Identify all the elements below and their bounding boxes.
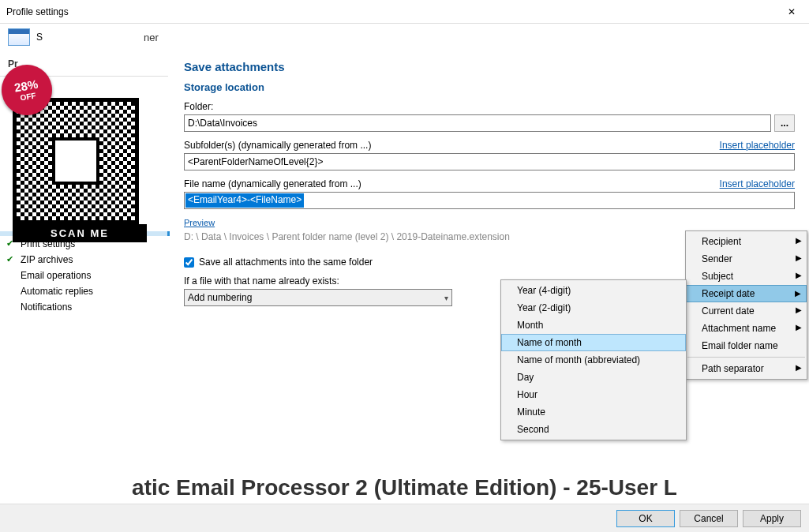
cancel-button[interactable]: Cancel xyxy=(680,510,738,527)
header-suffix: ner xyxy=(144,32,159,43)
placeholder-menu: Recipient▶ Sender▶ Subject▶ Receipt date… xyxy=(685,230,807,380)
insert-placeholder-link-2[interactable]: Insert placeholder xyxy=(720,178,795,189)
filename-input[interactable]: <EmailYear4>-<FileName> xyxy=(184,192,795,209)
app-icon xyxy=(8,28,30,46)
submenu-second[interactable]: Second xyxy=(501,421,686,438)
subfolder-input[interactable] xyxy=(184,153,795,170)
chevron-right-icon: ▶ xyxy=(796,305,802,314)
chevron-right-icon: ▶ xyxy=(796,363,802,372)
menu-separator xyxy=(687,357,805,358)
chevron-down-icon: ▾ xyxy=(444,294,448,302)
menu-attachment-name[interactable]: Attachment name▶ xyxy=(686,320,807,337)
submenu-minute[interactable]: Minute xyxy=(501,403,686,421)
sidebar-item-auto-replies[interactable]: Automatic replies xyxy=(0,283,168,299)
menu-receipt-date[interactable]: Receipt date▶ xyxy=(686,285,807,302)
submenu-month[interactable]: Month xyxy=(501,317,686,334)
section-title: Storage location xyxy=(184,81,795,93)
subfolder-label: Subfolder(s) (dynamically generated from… xyxy=(184,140,371,151)
submenu-hour[interactable]: Hour xyxy=(501,386,686,403)
discount-off: OFF xyxy=(20,91,37,102)
folder-label: Folder: xyxy=(184,101,795,112)
ok-button[interactable]: OK xyxy=(616,510,675,527)
window-title: Profile settings xyxy=(6,6,69,17)
submenu-year2[interactable]: Year (2-digit) xyxy=(501,299,686,317)
scan-me-label: SCAN ME xyxy=(13,224,147,242)
menu-path-separator[interactable]: Path separator▶ xyxy=(686,360,807,377)
header-icon-row: S ner xyxy=(0,24,809,51)
folder-field: Folder: ... xyxy=(184,101,795,132)
filename-value: <EmailYear4>-<FileName> xyxy=(185,193,304,208)
browse-button[interactable]: ... xyxy=(774,114,795,132)
ellipsis-icon: ... xyxy=(781,118,788,129)
close-icon: ✕ xyxy=(788,6,796,17)
same-folder-checkbox[interactable] xyxy=(184,257,194,268)
sidebar-item-notifications[interactable]: Notifications xyxy=(0,299,168,315)
exists-value: Add numbering xyxy=(188,292,252,303)
preview-link[interactable]: Preview xyxy=(184,218,215,227)
receipt-date-submenu: Year (4-digit) Year (2-digit) Month Name… xyxy=(500,279,687,440)
sidebar-item-email-ops[interactable]: Email operations xyxy=(0,268,168,283)
submenu-name-of-month-abbr[interactable]: Name of month (abbreviated) xyxy=(501,351,686,369)
submenu-day[interactable]: Day xyxy=(501,369,686,386)
close-button[interactable]: ✕ xyxy=(773,0,809,24)
subfolder-field: Subfolder(s) (dynamically generated from… xyxy=(184,140,795,170)
sidebar-item-zip[interactable]: ✔ZIP archives xyxy=(0,252,168,268)
submenu-name-of-month[interactable]: Name of month xyxy=(501,334,686,351)
menu-recipient[interactable]: Recipient▶ xyxy=(686,233,807,250)
menu-email-folder-name[interactable]: Email folder name xyxy=(686,337,807,354)
menu-current-date[interactable]: Current date▶ xyxy=(686,302,807,320)
overlay-product-title: atic Email Processor 2 (Ultimate Edition… xyxy=(0,475,809,500)
chevron-right-icon: ▶ xyxy=(796,236,802,245)
same-folder-label: Save all attachments into the same folde… xyxy=(199,257,373,268)
menu-sender[interactable]: Sender▶ xyxy=(686,250,807,268)
dialog-buttons: OK Cancel Apply xyxy=(0,504,809,532)
qr-code xyxy=(13,98,139,224)
insert-placeholder-link-1[interactable]: Insert placeholder xyxy=(720,140,795,151)
submenu-year4[interactable]: Year (4-digit) xyxy=(501,282,686,299)
promo-overlay: 28% OFF SCAN ME xyxy=(13,71,155,242)
folder-input[interactable] xyxy=(184,114,771,132)
apply-button[interactable]: Apply xyxy=(743,510,801,527)
panel-title: Save attachments xyxy=(184,60,795,73)
exists-combo[interactable]: Add numbering ▾ xyxy=(184,289,452,306)
menu-subject[interactable]: Subject▶ xyxy=(686,268,807,285)
chevron-right-icon: ▶ xyxy=(796,253,802,262)
titlebar: Profile settings ✕ xyxy=(0,0,809,24)
chevron-right-icon: ▶ xyxy=(795,289,801,298)
filename-label: File name (dynamically generated from ..… xyxy=(184,178,361,189)
chevron-right-icon: ▶ xyxy=(796,271,802,279)
chevron-right-icon: ▶ xyxy=(796,323,802,332)
filename-field: File name (dynamically generated from ..… xyxy=(184,178,795,209)
